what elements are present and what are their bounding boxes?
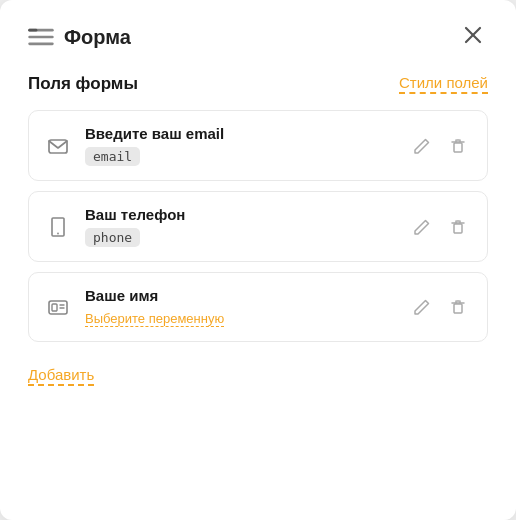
name-field-actions: [409, 294, 471, 320]
name-field-row: Ваше имя Выберите переменную: [28, 272, 488, 342]
form-icon: [28, 27, 54, 47]
svg-rect-22: [454, 304, 462, 313]
section-header: Поля формы Стили полей: [28, 74, 488, 94]
email-field-label: Введите ваш email: [85, 125, 395, 142]
name-icon: [45, 296, 71, 318]
email-field-row: Введите ваш email email: [28, 110, 488, 181]
phone-delete-button[interactable]: [445, 214, 471, 240]
email-field-badge: email: [85, 147, 140, 166]
phone-field-row: Ваш телефон phone: [28, 191, 488, 262]
section-title: Поля формы: [28, 74, 138, 94]
field-styles-link[interactable]: Стили полей: [399, 74, 488, 94]
email-edit-button[interactable]: [409, 133, 435, 159]
svg-rect-2: [28, 42, 53, 45]
panel-title: Форма: [64, 26, 131, 49]
svg-rect-7: [454, 143, 462, 152]
email-delete-button[interactable]: [445, 133, 471, 159]
panel-header: Форма: [28, 24, 488, 50]
fields-list: Введите ваш email email: [28, 110, 488, 342]
name-delete-button[interactable]: [445, 294, 471, 320]
close-button[interactable]: [458, 24, 488, 50]
svg-rect-19: [52, 304, 57, 311]
phone-edit-button[interactable]: [409, 214, 435, 240]
name-edit-button[interactable]: [409, 294, 435, 320]
phone-field-badge: phone: [85, 228, 140, 247]
svg-rect-6: [49, 140, 67, 153]
name-field-label: Ваше имя: [85, 287, 395, 304]
phone-field-info: Ваш телефон phone: [85, 206, 395, 247]
phone-field-label: Ваш телефон: [85, 206, 395, 223]
svg-rect-1: [28, 36, 53, 39]
add-field-link[interactable]: Добавить: [28, 366, 94, 386]
form-panel: Форма Поля формы Стили полей Введите ваш…: [0, 0, 516, 520]
email-field-actions: [409, 133, 471, 159]
svg-point-12: [57, 232, 59, 234]
svg-rect-3: [28, 29, 37, 32]
title-group: Форма: [28, 26, 131, 49]
email-icon: [45, 135, 71, 157]
svg-rect-13: [454, 224, 462, 233]
phone-icon: [45, 216, 71, 238]
phone-field-actions: [409, 214, 471, 240]
name-field-info: Ваше имя Выберите переменную: [85, 287, 395, 327]
name-field-variable[interactable]: Выберите переменную: [85, 311, 224, 327]
email-field-info: Введите ваш email email: [85, 125, 395, 166]
